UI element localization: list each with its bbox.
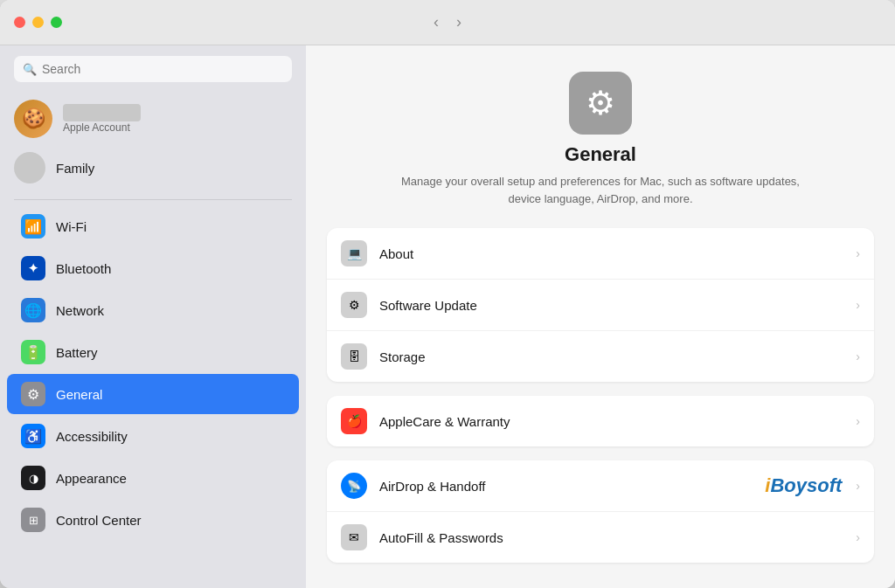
search-icon: 🔍: [23, 63, 37, 76]
settings-row-autofill[interactable]: ✉ AutoFill & Passwords ›: [327, 512, 874, 563]
family-avatar: [14, 152, 45, 183]
settings-list: 💻 About › ⚙ Software Update › 🗄 Storage …: [306, 228, 895, 588]
autofill-chevron-icon: ›: [856, 530, 860, 544]
appearance-icon: ◑: [21, 466, 45, 490]
software-update-label: Software Update: [379, 298, 856, 313]
sidebar-item-label-control-center: Control Center: [56, 513, 142, 528]
storage-icon: 🗄: [341, 343, 367, 370]
sidebar-item-label-battery: Battery: [56, 345, 98, 360]
sidebar-item-label-bluetooth: Bluetooth: [56, 261, 111, 276]
applecare-label: AppleCare & Warranty: [379, 414, 856, 429]
bluetooth-icon: ✦: [21, 256, 45, 280]
airdrop-label: AirDrop & Handoff: [379, 479, 765, 494]
airdrop-chevron-icon: ›: [856, 479, 860, 493]
settings-group-3: 📡 AirDrop & Handoff iBoysoft › ✉ AutoFil…: [327, 460, 874, 563]
wifi-icon: 📶: [21, 214, 45, 239]
user-name: User Name: [63, 104, 141, 121]
titlebar: ‹ ›: [0, 0, 895, 45]
settings-row-storage[interactable]: 🗄 Storage ›: [327, 331, 874, 382]
search-container: 🔍: [0, 45, 306, 93]
about-icon: 💻: [341, 240, 367, 266]
autofill-label: AutoFill & Passwords: [379, 530, 856, 545]
accessibility-icon: ♿: [21, 424, 45, 448]
sidebar-item-label-general: General: [56, 387, 102, 402]
software-update-chevron-icon: ›: [856, 298, 860, 312]
sidebar-item-label-appearance: Appearance: [56, 471, 127, 486]
forward-button[interactable]: ›: [451, 11, 467, 33]
traffic-lights: [14, 17, 62, 28]
page-icon: ⚙: [569, 72, 632, 135]
sidebar-item-appearance[interactable]: ◑ Appearance: [7, 458, 299, 498]
search-input[interactable]: [14, 56, 292, 82]
sidebar-item-label-network: Network: [56, 303, 104, 318]
watermark-text: iBoysoft: [765, 474, 842, 497]
main-content: ⚙ General Manage your overall setup and …: [306, 45, 895, 588]
software-update-icon: ⚙: [341, 292, 367, 318]
autofill-icon: ✉: [341, 524, 367, 550]
settings-row-software-update[interactable]: ⚙ Software Update ›: [327, 280, 874, 331]
divider-1: [14, 199, 292, 200]
sidebar-item-network[interactable]: 🌐 Network: [7, 290, 299, 330]
sidebar-item-wifi[interactable]: 📶 Wi-Fi: [7, 206, 299, 246]
system-settings-window: ‹ › 🔍 🍪 User Name Apple Account: [0, 0, 895, 588]
sidebar-item-label-wifi: Wi-Fi: [56, 219, 87, 234]
back-button[interactable]: ‹: [428, 11, 444, 33]
family-label: Family: [56, 161, 94, 176]
avatar: 🍪: [14, 100, 52, 138]
network-icon: 🌐: [21, 298, 45, 322]
user-account-section[interactable]: 🍪 User Name Apple Account: [0, 93, 306, 149]
sidebar-item-battery[interactable]: 🔋 Battery: [7, 332, 299, 372]
user-info: User Name Apple Account: [63, 104, 141, 134]
page-description: Manage your overall setup and preference…: [391, 173, 810, 207]
sidebar-item-accessibility[interactable]: ♿ Accessibility: [7, 416, 299, 456]
about-chevron-icon: ›: [856, 246, 860, 260]
maximize-button[interactable]: [51, 17, 62, 28]
settings-row-about[interactable]: 💻 About ›: [327, 228, 874, 280]
sidebar-item-label-accessibility: Accessibility: [56, 429, 128, 444]
settings-row-applecare[interactable]: 🍎 AppleCare & Warranty ›: [327, 396, 874, 446]
control-center-icon: ⊞: [21, 508, 45, 532]
page-header: ⚙ General Manage your overall setup and …: [306, 45, 895, 228]
battery-icon: 🔋: [21, 340, 45, 364]
settings-row-airdrop[interactable]: 📡 AirDrop & Handoff iBoysoft ›: [327, 460, 874, 512]
settings-group-2: 🍎 AppleCare & Warranty ›: [327, 396, 874, 446]
general-icon: ⚙: [21, 382, 45, 406]
about-label: About: [379, 246, 856, 261]
watermark: iBoysoft: [765, 474, 849, 497]
minimize-button[interactable]: [32, 17, 44, 28]
airdrop-icon: 📡: [341, 473, 367, 499]
applecare-icon: 🍎: [341, 408, 367, 434]
page-title: General: [565, 143, 636, 166]
sidebar: 🔍 🍪 User Name Apple Account Family: [0, 45, 306, 588]
storage-label: Storage: [379, 349, 856, 364]
sidebar-item-bluetooth[interactable]: ✦ Bluetooth: [7, 248, 299, 288]
storage-chevron-icon: ›: [856, 349, 860, 363]
family-section[interactable]: Family: [0, 149, 306, 194]
user-subtitle: Apple Account: [63, 121, 141, 134]
close-button[interactable]: [14, 17, 25, 28]
settings-group-1: 💻 About › ⚙ Software Update › 🗄 Storage …: [327, 228, 874, 382]
sidebar-item-general[interactable]: ⚙ General: [7, 374, 299, 414]
content-area: 🔍 🍪 User Name Apple Account Family: [0, 45, 895, 588]
sidebar-item-control-center[interactable]: ⊞ Control Center: [7, 500, 299, 540]
applecare-chevron-icon: ›: [856, 414, 860, 428]
